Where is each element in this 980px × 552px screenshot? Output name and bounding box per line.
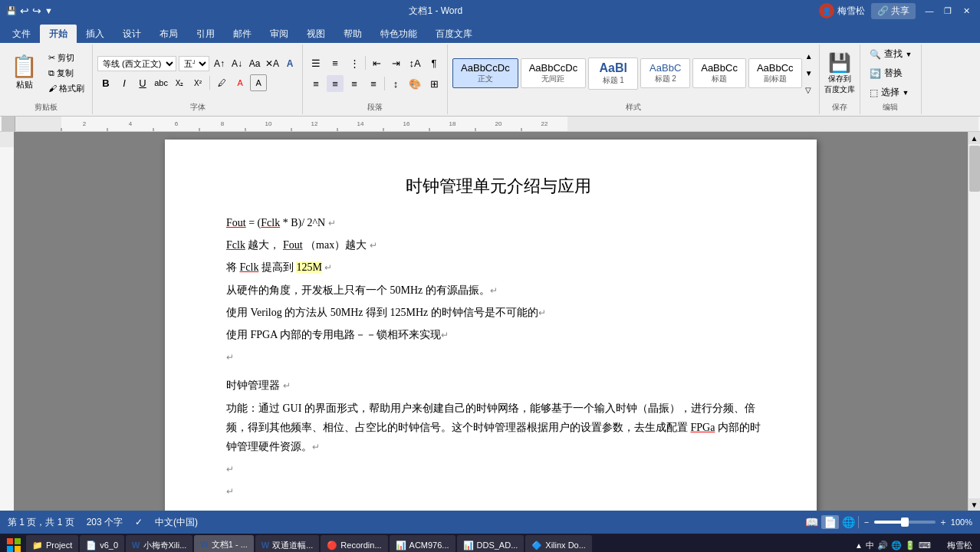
taskbar-item-doc1[interactable]: W 文档1 - ... (194, 535, 253, 552)
start-button[interactable] (3, 535, 25, 552)
font-color-btn[interactable]: A (232, 74, 248, 91)
zoom-slider[interactable] (874, 521, 936, 524)
undo-icon[interactable]: ↩ (20, 5, 29, 17)
ime-icon[interactable]: 中 (866, 540, 874, 551)
para-formula[interactable]: Fout = (Fclk * B)/ 2^N ↵ (226, 213, 771, 232)
font-grow-btn[interactable]: A↑ (212, 56, 227, 71)
keyboard-icon[interactable]: ⌨ (919, 540, 931, 550)
multilevel-list-btn[interactable]: ⋮ (346, 54, 363, 71)
font-size-select[interactable]: 五号 (179, 56, 209, 71)
doc-content[interactable]: 时钟管理单元介绍与应用 Fout = (Fclk * B)/ 2^N ↵ Fcl… (14, 132, 968, 511)
read-view-btn[interactable]: 📖 (805, 516, 818, 528)
style-title[interactable]: AaBbCc 标题 (692, 58, 746, 88)
print-view-btn[interactable]: 📄 (821, 515, 839, 529)
align-center-btn[interactable]: ≡ (327, 75, 344, 92)
taskbar-item-project[interactable]: 📁 Project (26, 535, 78, 552)
taskbar-item-dds[interactable]: 📊 DDS_AD... (457, 535, 525, 552)
bold-btn[interactable]: B (97, 74, 114, 91)
tab-features[interactable]: 特色功能 (371, 25, 426, 43)
styles-scroll-down[interactable]: ▼ (805, 69, 813, 77)
style-heading2[interactable]: AaBbC 标题 2 (640, 58, 690, 88)
zoom-in-btn[interactable]: ＋ (939, 516, 948, 529)
para-fclk[interactable]: Fclk 越大， Fout （max）越大 ↵ (226, 235, 771, 255)
zoom-out-btn[interactable]: － (862, 516, 871, 529)
change-case-btn[interactable]: Aa (247, 56, 262, 71)
web-view-btn[interactable]: 🌐 (842, 516, 855, 528)
language-info[interactable]: 中文(中国) (155, 516, 198, 529)
para-hardware[interactable]: 从硬件的角度，开发板上只有一个 50MHz 的有源晶振。↵ (226, 281, 771, 300)
fill-color-btn[interactable]: 🎨 (406, 75, 423, 92)
doc-title[interactable]: 时钟管理单元介绍与应用 (226, 175, 771, 198)
text-effect-btn[interactable]: A (282, 56, 298, 71)
style-subtitle[interactable]: AaBbCc 副标题 (748, 58, 802, 88)
justify-btn[interactable]: ≡ (365, 75, 382, 92)
taskbar-item-acm[interactable]: 📊 ACM976... (390, 535, 455, 552)
tab-help[interactable]: 帮助 (334, 25, 371, 43)
text-border-btn[interactable]: A (250, 74, 267, 91)
scroll-thumb[interactable] (969, 146, 980, 192)
style-heading1[interactable]: AaBl 标题 1 (588, 58, 638, 90)
format-painter-button[interactable]: 🖌 格式刷 (45, 81, 87, 96)
italic-btn[interactable]: I (116, 74, 133, 91)
select-btn[interactable]: ⬚ 选择 ▼ (865, 84, 917, 100)
para-125m[interactable]: 将 Fclk 提高到 125M ↵ (226, 258, 771, 277)
save-icon[interactable]: 💾 (6, 6, 17, 16)
copy-button[interactable]: ⧉ 复制 (45, 66, 87, 80)
align-right-btn[interactable]: ≡ (346, 75, 363, 92)
decrease-indent-btn[interactable]: ⇤ (368, 54, 385, 71)
taskbar-item-v6[interactable]: 📄 v6_0 (80, 535, 124, 552)
scroll-down-arrow[interactable]: ▼ (968, 498, 981, 511)
border-btn[interactable]: ⊞ (426, 75, 442, 92)
taskbar-item-xili[interactable]: W 小梅奇Xili... (126, 535, 192, 552)
replace-btn[interactable]: 🔄 替换 (865, 65, 917, 81)
tab-insert[interactable]: 插入 (77, 25, 113, 43)
numbered-list-btn[interactable]: ≡ (327, 54, 344, 71)
tray-up-arrow[interactable]: ▲ (855, 541, 863, 550)
style-normal[interactable]: AaBbCcDc 正文 (452, 58, 518, 88)
tab-layout[interactable]: 布局 (150, 25, 187, 43)
network-icon[interactable]: 🌐 (891, 540, 902, 550)
vertical-scrollbar[interactable]: ▲ ▼ (968, 132, 980, 511)
battery-icon[interactable]: 🔋 (905, 540, 916, 550)
subscript-btn[interactable]: X₂ (171, 74, 188, 91)
font-shrink-btn[interactable]: A↓ (229, 56, 245, 71)
align-left-btn[interactable]: ≡ (307, 75, 324, 92)
para-function[interactable]: 功能：通过 GUI 的界面形式，帮助用户来创建自己的时钟网络，能够基于一个输入时… (226, 399, 771, 457)
highlight-btn[interactable]: 🖊 (213, 74, 230, 91)
more-quick-icon[interactable]: ▼ (44, 6, 53, 15)
tab-file[interactable]: 文件 (3, 25, 40, 43)
taskbar-item-dual[interactable]: W 双通道幅... (255, 535, 320, 552)
para-verilog[interactable]: 使用 Verilog 的方法从 50MHz 得到 125MHz 的时钟信号是不可… (226, 303, 771, 322)
tab-baidu[interactable]: 百度文库 (426, 25, 482, 43)
minimize-btn[interactable]: — (922, 5, 937, 17)
tab-review[interactable]: 审阅 (261, 25, 298, 43)
tab-references[interactable]: 引用 (187, 25, 224, 43)
bullet-list-btn[interactable]: ☰ (307, 54, 324, 71)
para-fpga[interactable]: 使用 FPGA 内部的专用电路－－锁相环来实现↵ (226, 325, 771, 344)
sort-btn[interactable]: ↕A (406, 54, 423, 71)
paste-button[interactable]: 📋 粘贴 (5, 53, 44, 94)
scroll-up-arrow[interactable]: ▲ (968, 132, 981, 144)
clear-format-btn[interactable]: ✕A (265, 56, 280, 71)
speaker-icon[interactable]: 🔊 (877, 540, 888, 550)
styles-scroll-up[interactable]: ▲ (805, 52, 813, 61)
share-btn[interactable]: 🔗 共享 (871, 3, 916, 19)
tab-mail[interactable]: 邮件 (224, 25, 261, 43)
style-no-spacing[interactable]: AaBbCcDc 无间距 (521, 58, 587, 88)
redo-icon[interactable]: ↪ (32, 5, 41, 17)
cut-button[interactable]: ✂ 剪切 (45, 51, 87, 65)
save-cloud-btn[interactable]: 💾 保存到 百度文库 (824, 52, 855, 95)
taskbar-item-xilinx[interactable]: 🔷 Xilinx Do... (525, 535, 592, 552)
superscript-btn[interactable]: X² (189, 74, 206, 91)
taskbar-item-recording[interactable]: 🔴 Recordin... (321, 535, 387, 552)
show-marks-btn[interactable]: ¶ (426, 54, 442, 71)
tab-design[interactable]: 设计 (113, 25, 150, 43)
tab-home[interactable]: 开始 (40, 25, 77, 43)
para-clock-mgr[interactable]: 时钟管理器 ↵ (226, 376, 771, 395)
increase-indent-btn[interactable]: ⇥ (387, 54, 404, 71)
strikethrough-btn[interactable]: abc (153, 74, 169, 91)
styles-expand[interactable]: ▽ (805, 86, 813, 94)
underline-btn[interactable]: U (134, 74, 151, 91)
document-page[interactable]: 时钟管理单元介绍与应用 Fout = (Fclk * B)/ 2^N ↵ Fcl… (165, 140, 817, 511)
find-btn[interactable]: 🔍 查找 ▼ (865, 46, 917, 62)
